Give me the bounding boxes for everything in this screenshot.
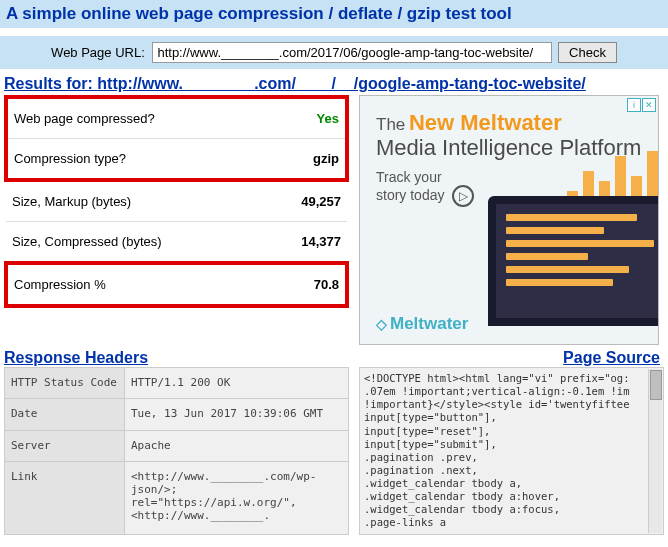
response-headers-table: HTTP Status CodeHTTP/1.1 200 OKDateTue, … <box>4 367 349 535</box>
url-form: Web Page URL: Check <box>0 36 668 69</box>
header-val: <http://www.________.com/wp-json/>; rel=… <box>125 462 349 534</box>
arrow-icon: ▷ <box>452 185 474 207</box>
advertisement[interactable]: i ✕ The New Meltwater Media Intelligence… <box>359 95 659 345</box>
header-val: Tue, 13 Jun 2017 10:39:06 GMT <box>125 399 349 430</box>
ad-brand: Meltwater <box>376 314 468 334</box>
header-row: HTTP Status CodeHTTP/1.1 200 OK <box>5 368 349 399</box>
scrollbar[interactable] <box>648 369 662 533</box>
url-label: Web Page URL: <box>51 45 145 60</box>
stats-value: 49,257 <box>264 180 347 222</box>
stats-value: Yes <box>264 97 347 139</box>
stats-label: Compression type? <box>6 139 264 181</box>
response-headers-title: Response Headers <box>4 349 148 367</box>
stats-label: Size, Compressed (bytes) <box>6 222 264 264</box>
header-key: Link <box>5 462 125 534</box>
header-key: HTTP Status Code <box>5 368 125 399</box>
highlight-group: Web page compressed?YesCompression type?… <box>6 97 347 180</box>
stats-value: 70.8 <box>264 263 347 306</box>
page-source-box[interactable]: <!DOCTYPE html><html lang="vi" prefix="o… <box>359 367 664 535</box>
stats-row: Compression type?gzip <box>6 139 347 181</box>
stats-value: 14,377 <box>264 222 347 264</box>
header-key: Date <box>5 399 125 430</box>
header-row: DateTue, 13 Jun 2017 10:39:06 GMT <box>5 399 349 430</box>
results-for: Results for: http://www.________.com/___… <box>0 69 668 95</box>
scrollbar-thumb[interactable] <box>650 370 662 400</box>
results-url-link[interactable]: http://www.________.com/____/__/google-a… <box>97 75 585 92</box>
stats-row: Size, Markup (bytes)49,257 <box>6 180 347 222</box>
page-source-title: Page Source <box>563 349 660 367</box>
header-key: Server <box>5 430 125 461</box>
stats-row: Compression %70.8 <box>6 263 347 306</box>
check-button[interactable]: Check <box>558 42 617 63</box>
header-row: ServerApache <box>5 430 349 461</box>
highlight-group: Compression %70.8 <box>6 263 347 306</box>
stats-row: Web page compressed?Yes <box>6 97 347 139</box>
header-row: Link<http://www.________.com/wp-json/>; … <box>5 462 349 534</box>
stats-label: Compression % <box>6 263 264 306</box>
header-val: HTTP/1.1 200 OK <box>125 368 349 399</box>
page-title: A simple online web page compression / d… <box>0 0 668 28</box>
stats-row: Size, Compressed (bytes)14,377 <box>6 222 347 264</box>
url-input[interactable] <box>152 42 552 63</box>
stats-table: Web page compressed?YesCompression type?… <box>4 95 349 308</box>
stats-value: gzip <box>264 139 347 181</box>
stats-label: Size, Markup (bytes) <box>6 180 264 222</box>
header-val: Apache <box>125 430 349 461</box>
ad-copy: The New Meltwater Media Intelligence Pla… <box>360 96 658 217</box>
stats-label: Web page compressed? <box>6 97 264 139</box>
